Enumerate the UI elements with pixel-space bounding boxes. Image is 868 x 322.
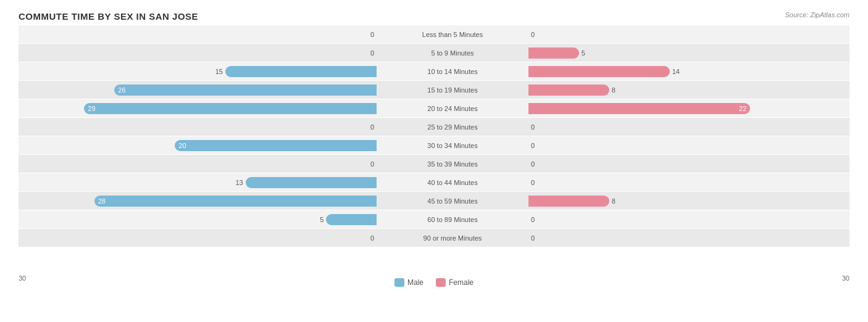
left-col: 0 [19,118,377,136]
right-col: 5 [528,44,849,62]
female-value-zero: 0 [531,234,535,242]
axis-left-label: 30 [19,275,26,287]
center-col: 45 to 59 Minutes [377,192,528,210]
center-col: 10 to 14 Minutes [377,62,528,80]
left-col: 15 [19,62,377,80]
female-bar: 22 [528,103,750,114]
female-value-outside: 8 [612,86,616,94]
left-col: 29 [19,99,377,117]
chart-row: 090 or more Minutes0 [19,229,849,247]
center-col: 5 to 9 Minutes [377,44,528,62]
male-value-zero: 0 [370,123,374,131]
chart-source: Source: ZipAtlas.com [785,11,849,19]
row-label: 30 to 34 Minutes [377,142,528,149]
center-col: 60 to 89 Minutes [377,210,528,228]
center-col: Less than 5 Minutes [377,25,528,43]
left-col: 13 [19,173,377,191]
row-label: 5 to 9 Minutes [377,49,528,57]
left-col: 0 [19,155,377,173]
row-label: 60 to 89 Minutes [377,216,528,223]
female-bar [528,196,609,207]
center-col: 90 or more Minutes [377,229,528,247]
right-col: 0 [528,210,849,228]
female-value-zero: 0 [531,160,535,168]
right-col: 8 [528,192,849,210]
center-col: 25 to 29 Minutes [377,118,528,136]
legend: Male Female [394,278,474,287]
female-bar [528,47,579,59]
right-col: 0 [528,25,849,43]
male-bar: 28 [94,196,377,207]
legend-female: Female [436,278,474,287]
row-label: 40 to 44 Minutes [377,179,528,186]
male-value-outside: 15 [215,68,223,75]
center-col: 35 to 39 Minutes [377,155,528,173]
chart-row: 2615 to 19 Minutes8 [19,81,849,99]
right-col: 8 [528,81,849,99]
row-label: Less than 5 Minutes [377,31,528,38]
chart-row: 1510 to 14 Minutes14 [19,62,849,80]
male-value-inside: 20 [178,142,186,149]
female-value-zero: 0 [531,31,535,38]
legend-male-box [394,278,404,287]
row-label: 20 to 24 Minutes [377,105,528,112]
male-bar [326,214,377,225]
female-value-outside: 5 [582,49,585,57]
right-col: 22 [528,99,849,117]
chart-row: 560 to 89 Minutes0 [19,210,849,228]
legend-female-label: Female [449,278,474,287]
female-value-outside: 8 [612,197,616,205]
male-value-inside: 28 [98,197,106,205]
female-value-zero: 0 [531,179,535,186]
male-value-zero: 0 [370,234,374,242]
chart-row: 035 to 39 Minutes0 [19,155,849,173]
male-value-outside: 5 [320,216,323,223]
center-col: 30 to 34 Minutes [377,136,528,154]
male-bar: 20 [175,140,377,151]
male-bar: 29 [84,103,377,114]
right-col: 0 [528,155,849,173]
right-col: 0 [528,229,849,247]
left-col: 20 [19,136,377,154]
male-value-inside: 29 [88,105,95,112]
left-col: 0 [19,229,377,247]
left-col: 0 [19,25,377,43]
legend-male-label: Male [407,278,424,287]
row-label: 35 to 39 Minutes [377,160,528,168]
left-col: 26 [19,81,377,99]
row-label: 15 to 19 Minutes [377,86,528,94]
right-col: 0 [528,136,849,154]
center-col: 40 to 44 Minutes [377,173,528,191]
left-col: 5 [19,210,377,228]
row-label: 10 to 14 Minutes [377,68,528,75]
female-value-zero: 0 [531,142,535,149]
female-bar [528,85,609,96]
male-value-inside: 26 [118,86,125,94]
male-bar [225,66,377,77]
row-label: 90 or more Minutes [377,234,528,242]
male-value-zero: 0 [370,49,374,57]
axis-labels: 30 Male Female 30 [19,275,849,287]
right-col: 0 [528,173,849,191]
center-col: 20 to 24 Minutes [377,99,528,117]
row-label: 45 to 59 Minutes [377,197,528,205]
chart-row: 05 to 9 Minutes5 [19,44,849,62]
chart-row: 2030 to 34 Minutes0 [19,136,849,154]
chart-row: 0Less than 5 Minutes0 [19,25,849,43]
axis-right-label: 30 [842,275,849,287]
female-value-outside: 14 [672,68,680,75]
male-value-outside: 13 [235,179,243,186]
female-bar [528,66,670,77]
male-bar [246,177,377,188]
row-label: 25 to 29 Minutes [377,123,528,131]
chart-row: 025 to 29 Minutes0 [19,118,849,136]
legend-male: Male [394,278,424,287]
chart-row: 1340 to 44 Minutes0 [19,173,849,191]
center-col: 15 to 19 Minutes [377,81,528,99]
chart-title: COMMUTE TIME BY SEX IN SAN JOSE [19,11,849,22]
left-col: 0 [19,44,377,62]
legend-female-box [436,278,446,287]
female-value-zero: 0 [531,216,535,223]
chart-row: 2845 to 59 Minutes8 [19,192,849,210]
chart-body: 0Less than 5 Minutes005 to 9 Minutes5151… [19,25,849,272]
